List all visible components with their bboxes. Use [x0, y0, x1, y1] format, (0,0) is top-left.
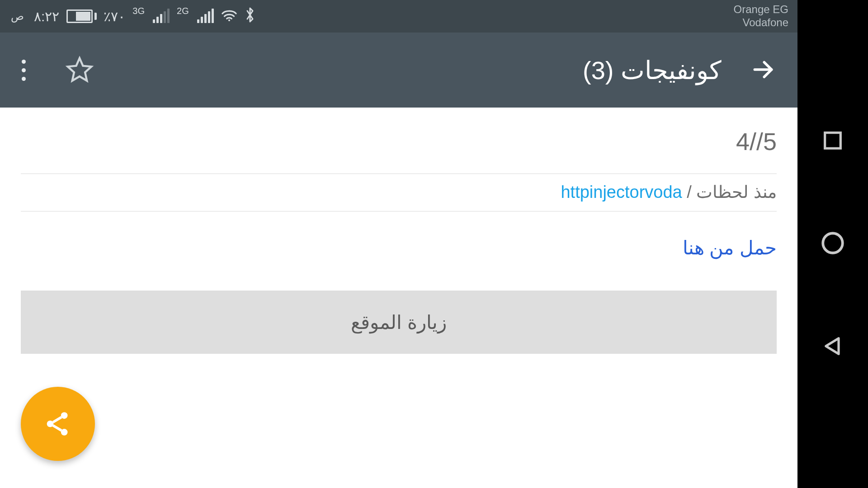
battery-pct: ٪٧٠ [104, 9, 125, 24]
post-meta: منذ لحظات / httpinjectorvoda [0, 174, 797, 211]
svg-point-5 [823, 234, 843, 253]
status-bar: ص ٨:٢٢ ٪٧٠ 3G 2G Orange EG Vodafo [0, 0, 797, 33]
more-vert-icon [22, 60, 26, 81]
visit-site-button[interactable]: زيارة الموقع [21, 291, 777, 354]
star-outline-icon [65, 55, 94, 84]
back-system-button[interactable] [812, 325, 854, 368]
download-link[interactable]: حمل من هنا [683, 237, 777, 258]
back-button[interactable] [747, 53, 779, 87]
post-channel-link[interactable]: httpinjectorvoda [561, 183, 682, 202]
carrier-1: Orange EG [734, 3, 788, 16]
wifi-icon [221, 8, 237, 25]
time-ampm: ص [11, 10, 24, 23]
meta-separator: / [682, 183, 697, 202]
favorite-button[interactable] [61, 51, 98, 89]
recent-apps-button[interactable] [812, 120, 854, 163]
post-body: حمل من هنا [0, 211, 797, 291]
square-outline-icon [821, 129, 844, 152]
bluetooth-icon [245, 7, 255, 26]
svg-point-1 [61, 412, 68, 419]
carrier-info: Orange EG Vodafone [734, 3, 788, 29]
arrow-right-icon [750, 57, 776, 82]
circle-outline-icon [820, 230, 846, 256]
time: ٨:٢٢ [34, 9, 59, 24]
signal-2-icon [197, 9, 214, 23]
app-bar: كونفيجات (3) [0, 33, 797, 108]
post-content: 5//4 منذ لحظات / httpinjectorvoda حمل من… [0, 108, 797, 354]
overflow-menu-button[interactable] [18, 56, 29, 84]
network-1-label: 3G [132, 6, 145, 16]
triangle-left-icon [821, 334, 844, 358]
svg-point-0 [228, 19, 230, 21]
signal-1-icon [153, 9, 170, 23]
svg-point-2 [47, 421, 54, 427]
battery-icon [66, 9, 96, 23]
system-nav-bar [797, 0, 868, 488]
status-left: ص ٨:٢٢ ٪٧٠ 3G 2G [11, 7, 255, 26]
post-time-ago: منذ لحظات [696, 183, 777, 202]
carrier-2: Vodafone [734, 16, 788, 29]
home-button[interactable] [811, 221, 855, 267]
page-title: كونفيجات (3) [583, 56, 722, 85]
share-fab[interactable] [21, 387, 95, 461]
post-title: 5//4 [0, 108, 797, 174]
network-2-label: 2G [177, 6, 189, 16]
svg-point-3 [61, 429, 68, 436]
share-icon [42, 408, 73, 439]
svg-rect-4 [825, 132, 841, 148]
